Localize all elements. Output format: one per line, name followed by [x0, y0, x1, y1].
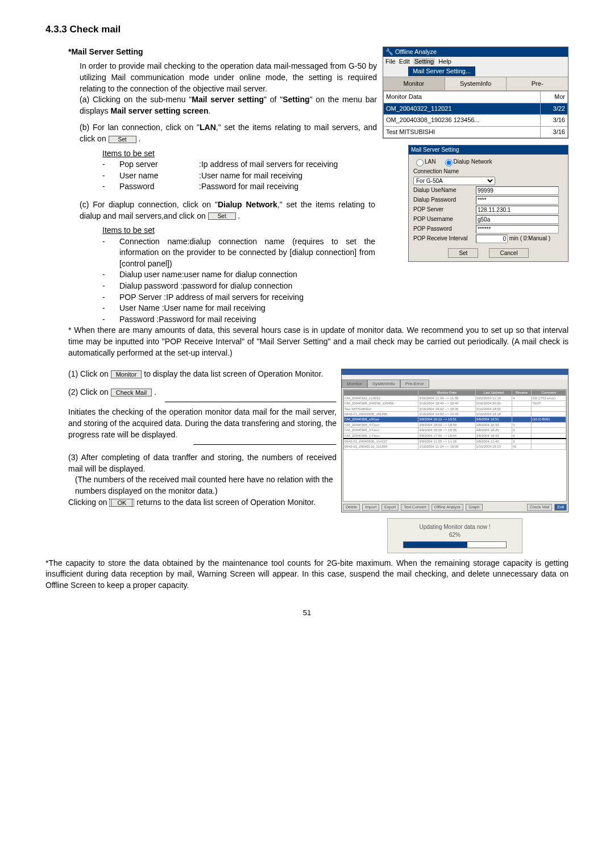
set-button[interactable]: Set — [109, 136, 136, 143]
pop-password-input[interactable] — [476, 225, 559, 233]
dialup-username-input[interactable] — [476, 186, 559, 195]
menu-bar: File Edit Setting Help Mail Server Setti… — [383, 57, 568, 77]
step-b: (b) For lan connection, click on "LAN," … — [80, 122, 387, 144]
monitor-list-window-figure: Monitor SystemInfo Pre-Error Monitor Dat… — [341, 369, 569, 512]
dialog-cancel-button[interactable]: Cancel — [489, 248, 528, 258]
tab-systeminfo[interactable]: SystemInfo — [445, 77, 507, 90]
ok-button[interactable]: OK — [109, 499, 134, 507]
tab-monitor[interactable]: Monitor — [383, 77, 445, 90]
step-c: (c) For diaplup connection, click on "Di… — [80, 199, 375, 222]
pop-interval-input[interactable] — [476, 235, 508, 243]
step-3: (3) After completing of data tranffer an… — [68, 452, 364, 508]
lan-radio[interactable] — [416, 159, 424, 166]
mail-server-setting-dialog-figure: Mail Server Setting LAN Dialup Network C… — [408, 145, 569, 262]
step-a: (a) Clicking on the sub-menu "Mail serve… — [80, 94, 387, 116]
items-to-set-heading: Items to be set — [102, 148, 375, 160]
tab-pre[interactable]: Pre- — [507, 77, 568, 90]
offline-analyze-window-figure: 🔧 Offline Analyze File Edit Setting Help… — [383, 47, 569, 139]
page-number: 51 — [45, 608, 569, 618]
note-paragraph: * When there are many amounts of data, t… — [68, 325, 569, 358]
check-mail-button[interactable]: Check Mail — [111, 389, 152, 397]
section-heading: 4.3.3 Check mail — [45, 23, 569, 36]
mail-server-setting-menu-item[interactable]: Mail Server Setting... — [408, 66, 475, 76]
set-button-2[interactable]: Set — [208, 212, 236, 220]
connection-name-select[interactable]: For G-50A — [413, 177, 495, 185]
window-title: 🔧 Offline Analyze — [383, 47, 568, 57]
pop-username-input[interactable] — [476, 215, 559, 224]
footnote: *The capacity to store the data obtained… — [45, 558, 569, 591]
dialog-set-button[interactable]: Set — [448, 248, 478, 258]
progress-dialog: Updating Monitor data now ! 62% — [387, 518, 522, 553]
pop-server-input[interactable] — [476, 206, 559, 214]
items-to-set-heading-2: Items to be set — [102, 225, 375, 236]
step-1: (1) Click on Monitor to display the data… — [68, 369, 364, 380]
monitor-button[interactable]: Monitor — [111, 370, 142, 378]
dialup-password-input[interactable] — [476, 196, 559, 205]
intro-paragraph: In order to provide mail checking to the… — [80, 61, 387, 94]
dialup-radio[interactable] — [445, 159, 453, 166]
step-2: (2) Click on Check Mail . Initiates the … — [68, 387, 364, 445]
